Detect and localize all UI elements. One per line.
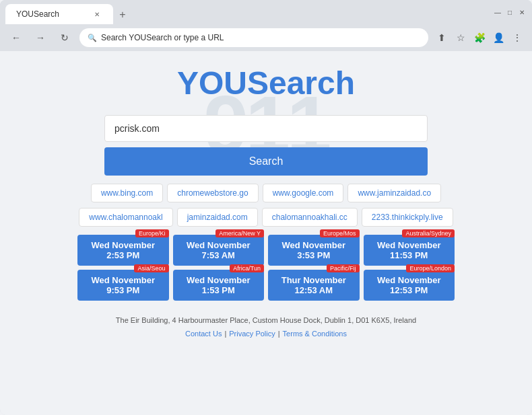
extensions-icon[interactable]: 🧩 [471,30,488,46]
bookmark-icon[interactable]: ☆ [453,30,469,46]
toolbar-actions: ⬆ ☆ 🧩 👤 ⋮ [434,30,525,46]
content-inner: YOUSearch Search www.bing.com chromewebs… [37,65,495,341]
clock-card-2: Europe/Mos Wed November 3:53 PM [268,235,360,266]
clock-card-6: Pacific/Fij Thur November 12:53 AM [268,270,360,301]
timezone-badge-1: America/New Y [215,229,264,237]
clock-day-4: Wed November [86,275,161,285]
clocks-row-1: Europe/Ki Wed November 2:53 PM America/N… [77,235,455,266]
minimize-button[interactable]: — [493,7,502,17]
address-text: Search YOUSearch or type a URL [101,33,224,42]
profile-icon[interactable]: 👤 [490,30,506,46]
new-tab-button[interactable]: + [113,5,132,24]
lock-icon: 🔍 [88,34,97,42]
quick-link-google[interactable]: www.google.com [263,184,344,202]
clock-card-5: Africa/Tun Wed November 1:53 PM [173,270,265,301]
tab-title: YOUSearch [16,9,86,19]
timezone-badge-6: Pacific/Fij [327,264,360,272]
clock-time-5: 1:53 PM [181,285,257,295]
quick-link-chalo[interactable]: www.chalomannoakl [79,208,172,227]
clock-card-4: Asia/Seou Wed November 9:53 PM [77,270,169,301]
menu-icon[interactable]: ⋮ [509,30,525,46]
timezone-badge-2: Europe/Mos [320,229,360,237]
site-logo: YOUSearch [177,65,355,102]
clock-card-3: Australia/Sydney Wed November 11:53 PM [364,235,455,266]
clock-day-3: Wed November [372,240,447,250]
reload-button[interactable]: ↻ [55,28,74,47]
window-controls: — □ ✕ [493,7,527,17]
clock-day-0: Wed November [86,240,161,250]
maximize-button[interactable]: □ [505,7,514,17]
footer-address: The Eir Building, 4 Harbourmaster Place,… [116,314,416,328]
forward-button[interactable]: → [31,28,50,47]
clock-day-5: Wed November [181,275,257,285]
clock-time-1: 7:53 AM [181,250,257,260]
timezone-badge-3: Australia/Sydney [402,229,455,237]
clock-time-3: 11:53 PM [372,250,447,260]
quick-link-thinkick[interactable]: 2233.thinkickply.live [362,208,453,227]
quick-link-chalo2[interactable]: chalomannoakhali.cc [262,208,358,227]
clock-day-2: Wed November [276,240,352,250]
search-button[interactable]: Search [104,147,428,176]
clock-card-7: Europe/London Wed November 12:53 PM [364,270,455,301]
search-input-wrapper[interactable] [104,115,428,142]
clock-time-6: 12:53 AM [276,285,352,295]
quick-links-row2: www.chalomannoakl jaminzaidad.com chalom… [77,208,455,227]
footer-contact-link[interactable]: Contact Us [185,328,222,341]
clock-time-7: 12:53 PM [372,285,447,295]
footer-sep-2: | [278,328,280,341]
timezone-badge-5: Africa/Tun [230,264,264,272]
active-tab[interactable]: YOUSearch ✕ [5,4,113,24]
footer-links: Contact Us | Privacy Policy | Terms & Co… [116,328,416,341]
search-input[interactable] [114,123,418,134]
title-bar: YOUSearch ✕ + — □ ✕ [0,0,532,24]
footer-terms-link[interactable]: Terms & Conditions [283,328,347,341]
timezone-badge-0: Europe/Ki [135,229,169,237]
toolbar: ← → ↻ 🔍 Search YOUSearch or type a URL ⬆… [0,24,532,51]
clock-time-4: 9:53 PM [86,285,161,295]
clock-day-7: Wed November [372,275,447,285]
page-footer: The Eir Building, 4 Harbourmaster Place,… [116,314,416,341]
clock-time-0: 2:53 PM [86,250,161,260]
quick-link-chrome[interactable]: chromewebstore.go [167,184,258,202]
tab-close-button[interactable]: ✕ [92,9,102,20]
clock-day-6: Thur November [276,275,352,285]
clock-time-2: 3:53 PM [276,250,352,260]
clocks-row-2: Asia/Seou Wed November 9:53 PM Africa/Tu… [77,270,455,301]
page-content: 911 YOUSearch Search www.bing.com chrome… [0,51,532,415]
quick-link-jamin[interactable]: www.jaminzaidad.co [347,184,441,202]
timezone-badge-4: Asia/Seou [134,264,168,272]
footer-sep-1: | [224,328,226,341]
quick-link-bing[interactable]: www.bing.com [91,184,163,202]
quick-links-row1: www.bing.com chromewebstore.go www.googl… [77,184,455,202]
browser-window: YOUSearch ✕ + — □ ✕ ← → ↻ 🔍 Search YOUSe… [0,0,532,415]
search-box-container: Search [104,115,428,176]
tab-bar: YOUSearch ✕ + [5,0,132,24]
quick-link-jamin2[interactable]: jaminzaidad.com [177,208,258,227]
clocks-section: Europe/Ki Wed November 2:53 PM America/N… [77,235,455,301]
clock-card-1: America/New Y Wed November 7:53 AM [173,235,265,266]
clock-card-0: Europe/Ki Wed November 2:53 PM [77,235,169,266]
address-bar[interactable]: 🔍 Search YOUSearch or type a URL [79,28,428,47]
share-icon[interactable]: ⬆ [434,30,450,46]
footer-privacy-link[interactable]: Privacy Policy [229,328,275,341]
back-button[interactable]: ← [7,28,26,47]
close-button[interactable]: ✕ [517,7,527,17]
timezone-badge-7: Europe/London [406,264,455,272]
clock-day-1: Wed November [181,240,257,250]
